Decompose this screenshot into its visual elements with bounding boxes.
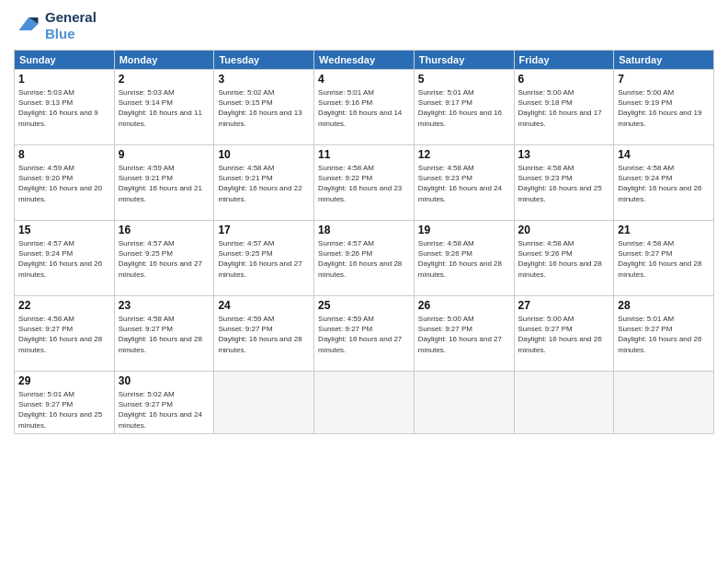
calendar-cell: 17Sunrise: 4:57 AMSunset: 9:25 PMDayligh… <box>214 221 314 296</box>
weekday-header-row: Sunday Monday Tuesday Wednesday Thursday… <box>15 51 714 70</box>
day-number: 10 <box>218 148 310 161</box>
calendar-cell: 9Sunrise: 4:59 AMSunset: 9:21 PMDaylight… <box>114 145 214 221</box>
calendar-cell <box>414 372 514 434</box>
day-info: Sunrise: 5:01 AMSunset: 9:27 PMDaylight:… <box>18 389 110 431</box>
day-number: 27 <box>518 299 610 312</box>
day-info: Sunrise: 5:01 AMSunset: 9:16 PMDaylight:… <box>318 87 410 129</box>
day-number: 17 <box>218 224 310 236</box>
day-info: Sunrise: 5:00 AMSunset: 9:27 PMDaylight:… <box>418 314 510 355</box>
day-info: Sunrise: 4:59 AMSunset: 9:27 PMDaylight:… <box>318 314 410 355</box>
day-number: 1 <box>18 73 110 86</box>
calendar-cell: 7Sunrise: 5:00 AMSunset: 9:19 PMDaylight… <box>614 70 714 145</box>
day-number: 18 <box>318 224 410 236</box>
header-tuesday: Tuesday <box>214 51 314 70</box>
day-number: 16 <box>119 224 210 236</box>
day-number: 8 <box>18 148 110 161</box>
calendar-cell: 16Sunrise: 4:57 AMSunset: 9:25 PMDayligh… <box>114 221 214 296</box>
day-info: Sunrise: 4:59 AMSunset: 9:21 PMDaylight:… <box>119 163 210 204</box>
calendar-cell: 30Sunrise: 5:02 AMSunset: 9:27 PMDayligh… <box>114 372 214 434</box>
day-number: 11 <box>318 148 410 161</box>
day-info: Sunrise: 4:59 AMSunset: 9:20 PMDaylight:… <box>18 163 110 204</box>
calendar-cell: 23Sunrise: 4:58 AMSunset: 9:27 PMDayligh… <box>114 296 214 372</box>
logo-icon <box>16 14 41 34</box>
day-number: 9 <box>119 148 210 161</box>
header-saturday: Saturday <box>614 51 714 70</box>
day-info: Sunrise: 4:58 AMSunset: 9:23 PMDaylight:… <box>518 163 610 204</box>
day-number: 13 <box>518 148 610 161</box>
day-info: Sunrise: 5:02 AMSunset: 9:15 PMDaylight:… <box>218 87 310 129</box>
day-info: Sunrise: 4:58 AMSunset: 9:27 PMDaylight:… <box>18 314 110 355</box>
day-number: 7 <box>618 73 710 86</box>
day-info: Sunrise: 4:57 AMSunset: 9:26 PMDaylight:… <box>318 238 410 280</box>
calendar-cell <box>514 372 614 434</box>
day-info: Sunrise: 4:57 AMSunset: 9:24 PMDaylight:… <box>18 238 110 280</box>
calendar-cell <box>214 372 314 434</box>
calendar-cell: 19Sunrise: 4:58 AMSunset: 9:26 PMDayligh… <box>414 221 514 296</box>
calendar-cell: 1Sunrise: 5:03 AMSunset: 9:13 PMDaylight… <box>15 70 115 145</box>
calendar-cell: 11Sunrise: 4:58 AMSunset: 9:22 PMDayligh… <box>314 145 415 221</box>
day-number: 4 <box>318 73 410 86</box>
day-info: Sunrise: 5:01 AMSunset: 9:27 PMDaylight:… <box>618 314 710 355</box>
calendar-page: General Blue Sunday Monday Tuesday Wedne… <box>0 0 728 563</box>
day-number: 14 <box>618 148 710 161</box>
calendar-cell: 14Sunrise: 4:58 AMSunset: 9:24 PMDayligh… <box>614 145 714 221</box>
day-number: 3 <box>218 73 310 86</box>
calendar-cell: 21Sunrise: 4:58 AMSunset: 9:27 PMDayligh… <box>614 221 714 296</box>
calendar-cell: 26Sunrise: 5:00 AMSunset: 9:27 PMDayligh… <box>414 296 514 372</box>
day-info: Sunrise: 4:58 AMSunset: 9:26 PMDaylight:… <box>418 238 510 280</box>
day-info: Sunrise: 4:57 AMSunset: 9:25 PMDaylight:… <box>119 238 210 280</box>
day-info: Sunrise: 4:58 AMSunset: 9:27 PMDaylight:… <box>119 314 210 355</box>
day-number: 21 <box>618 224 710 236</box>
calendar-cell: 28Sunrise: 5:01 AMSunset: 9:27 PMDayligh… <box>614 296 714 372</box>
day-info: Sunrise: 4:58 AMSunset: 9:22 PMDaylight:… <box>318 163 410 204</box>
calendar-cell: 13Sunrise: 4:58 AMSunset: 9:23 PMDayligh… <box>514 145 614 221</box>
calendar-cell: 4Sunrise: 5:01 AMSunset: 9:16 PMDaylight… <box>314 70 415 145</box>
calendar-cell: 25Sunrise: 4:59 AMSunset: 9:27 PMDayligh… <box>314 296 415 372</box>
day-info: Sunrise: 4:58 AMSunset: 9:21 PMDaylight:… <box>218 163 310 204</box>
calendar-cell: 8Sunrise: 4:59 AMSunset: 9:20 PMDaylight… <box>15 145 115 221</box>
calendar-cell: 29Sunrise: 5:01 AMSunset: 9:27 PMDayligh… <box>15 372 115 434</box>
calendar-table: Sunday Monday Tuesday Wednesday Thursday… <box>14 50 714 434</box>
logo: General Blue <box>14 9 97 42</box>
day-number: 22 <box>18 299 110 312</box>
day-number: 28 <box>618 299 710 312</box>
calendar-cell: 20Sunrise: 4:58 AMSunset: 9:26 PMDayligh… <box>514 221 614 296</box>
header-monday: Monday <box>114 51 214 70</box>
header-friday: Friday <box>514 51 614 70</box>
calendar-cell <box>314 372 415 434</box>
calendar-cell: 2Sunrise: 5:03 AMSunset: 9:14 PMDaylight… <box>114 70 214 145</box>
day-number: 20 <box>518 224 610 236</box>
header-wednesday: Wednesday <box>314 51 415 70</box>
day-info: Sunrise: 5:01 AMSunset: 9:17 PMDaylight:… <box>418 87 510 129</box>
day-number: 15 <box>18 224 110 236</box>
day-info: Sunrise: 5:03 AMSunset: 9:14 PMDaylight:… <box>119 87 210 129</box>
calendar-cell: 22Sunrise: 4:58 AMSunset: 9:27 PMDayligh… <box>15 296 115 372</box>
calendar-cell: 27Sunrise: 5:00 AMSunset: 9:27 PMDayligh… <box>514 296 614 372</box>
day-info: Sunrise: 4:57 AMSunset: 9:25 PMDaylight:… <box>218 238 310 280</box>
day-number: 6 <box>518 73 610 86</box>
calendar-cell: 24Sunrise: 4:59 AMSunset: 9:27 PMDayligh… <box>214 296 314 372</box>
calendar-cell: 18Sunrise: 4:57 AMSunset: 9:26 PMDayligh… <box>314 221 415 296</box>
day-number: 12 <box>418 148 510 161</box>
day-info: Sunrise: 5:00 AMSunset: 9:19 PMDaylight:… <box>618 87 710 129</box>
calendar-cell: 3Sunrise: 5:02 AMSunset: 9:15 PMDaylight… <box>214 70 314 145</box>
calendar-cell: 15Sunrise: 4:57 AMSunset: 9:24 PMDayligh… <box>15 221 115 296</box>
day-number: 23 <box>119 299 210 312</box>
day-info: Sunrise: 5:02 AMSunset: 9:27 PMDaylight:… <box>119 389 210 431</box>
day-number: 19 <box>418 224 510 236</box>
logo-text-line1: General <box>45 9 97 26</box>
calendar-cell: 6Sunrise: 5:00 AMSunset: 9:18 PMDaylight… <box>514 70 614 145</box>
header-sunday: Sunday <box>15 51 115 70</box>
day-number: 30 <box>119 374 210 387</box>
day-number: 24 <box>218 299 310 312</box>
logo-text-line2: Blue <box>45 26 97 42</box>
day-info: Sunrise: 4:58 AMSunset: 9:23 PMDaylight:… <box>418 163 510 204</box>
day-number: 29 <box>18 374 110 387</box>
day-number: 5 <box>418 73 510 86</box>
day-info: Sunrise: 5:00 AMSunset: 9:27 PMDaylight:… <box>518 314 610 355</box>
day-info: Sunrise: 5:03 AMSunset: 9:13 PMDaylight:… <box>18 87 110 129</box>
day-info: Sunrise: 4:58 AMSunset: 9:27 PMDaylight:… <box>618 238 710 280</box>
calendar-cell: 12Sunrise: 4:58 AMSunset: 9:23 PMDayligh… <box>414 145 514 221</box>
day-info: Sunrise: 4:58 AMSunset: 9:24 PMDaylight:… <box>618 163 710 204</box>
day-number: 25 <box>318 299 410 312</box>
